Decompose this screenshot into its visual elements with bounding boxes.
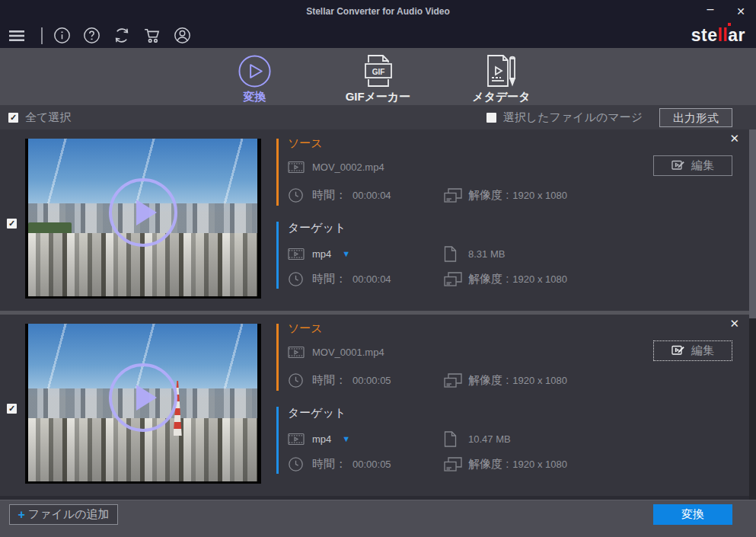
help-icon[interactable]: [82, 26, 101, 45]
format-dropdown-icon[interactable]: ▼: [342, 249, 350, 258]
clock-icon: [288, 187, 312, 203]
hamburger-menu-icon[interactable]: [8, 27, 26, 45]
target-size-value: 10.47 MB: [468, 433, 511, 445]
source-time-row: 時間： 00:00:05: [288, 372, 391, 388]
video-thumbnail[interactable]: [25, 139, 261, 299]
add-files-button[interactable]: + ファイルの追加: [9, 504, 118, 525]
edit-icon: [671, 159, 686, 172]
file-checkbox[interactable]: ✓: [7, 219, 17, 229]
resolution-icon: [444, 457, 468, 471]
toolbar: stellar: [0, 23, 756, 48]
source-file-row: MOV_0002.mp4: [288, 158, 384, 175]
target-time-row: 時間： 00:00:04: [288, 270, 391, 287]
play-overlay-icon[interactable]: [109, 178, 177, 247]
toolbar-separator: [41, 27, 43, 44]
account-icon[interactable]: [173, 26, 192, 45]
file-card-mov0001: ✓ ✕ 編集 ソース MOV_0001.mp4: [0, 315, 749, 496]
target-format-value: mp4: [312, 433, 331, 445]
target-accent-bar: [276, 222, 279, 289]
target-time-row: 時間： 00:00:05: [288, 455, 391, 472]
file-card-mov0002: ✓ ✕ 編集 ソース MOV_0002.mp4: [0, 129, 749, 311]
footer-bar: + ファイルの追加 変換: [0, 500, 756, 537]
output-format-button[interactable]: 出力形式: [659, 108, 732, 127]
video-thumbnail[interactable]: [25, 324, 261, 484]
source-time-row: 時間： 00:00:04: [288, 187, 391, 203]
convert-button[interactable]: 変換: [653, 504, 732, 525]
source-filename: MOV_0002.mp4: [312, 161, 384, 173]
app-window: { "window": { "title": "Stellar Converte…: [0, 0, 756, 537]
source-resolution-row: 解像度 : 1920 x 1080: [444, 187, 567, 203]
target-resolution-row: 解像度 : 1920 x 1080: [444, 270, 567, 287]
source-resolution-value: 1920 x 1080: [512, 190, 567, 201]
target-accent-bar: [276, 407, 279, 474]
logo-text: ar: [728, 25, 745, 45]
resolution-label: 解像度 :: [468, 272, 509, 286]
resolution-icon: [444, 373, 468, 388]
source-time-value: 00:00:04: [352, 190, 391, 201]
remove-file-icon[interactable]: ✕: [729, 318, 739, 329]
play-circle-icon: [238, 53, 272, 88]
minimize-button[interactable]: –: [695, 0, 726, 25]
tab-gif-maker[interactable]: GIF GIFメーカー: [333, 48, 423, 105]
tab-metadata[interactable]: メタデータ: [457, 48, 547, 105]
format-dropdown-icon[interactable]: ▼: [342, 434, 350, 443]
source-title: ソース: [288, 136, 323, 151]
source-resolution-row: 解像度 : 1920 x 1080: [444, 372, 567, 388]
target-title: ターゲット: [288, 405, 346, 420]
tab-gif-maker-label: GIFメーカー: [346, 90, 411, 104]
source-title: ソース: [288, 321, 323, 336]
scrollbar-thumb[interactable]: [749, 129, 756, 318]
film-strip-icon: [288, 346, 312, 359]
logo-text: ste: [691, 25, 718, 45]
target-resolution-row: 解像度 : 1920 x 1080: [444, 455, 567, 472]
target-format-row: mp4 ▼: [288, 430, 350, 447]
source-time-value: 00:00:05: [352, 375, 391, 386]
target-time-value: 00:00:05: [352, 459, 391, 470]
film-strip-icon: [288, 161, 312, 174]
file-icon: [444, 246, 468, 262]
refresh-icon[interactable]: [112, 26, 132, 45]
source-filename: MOV_0001.mp4: [312, 347, 384, 358]
tab-convert[interactable]: 変換: [210, 48, 300, 105]
plus-icon: +: [18, 508, 24, 522]
merge-files-label: 選択したファイルのマージ: [503, 110, 643, 125]
target-resolution-value: 1920 x 1080: [512, 459, 567, 470]
close-window-button[interactable]: ✕: [726, 0, 756, 23]
selection-row: ✓ 全て選択 選択したファイルのマージ 出力形式: [0, 105, 756, 129]
target-title: ターゲット: [288, 220, 346, 235]
source-file-row: MOV_0001.mp4: [288, 344, 384, 360]
target-size-value: 8.31 MB: [468, 248, 505, 260]
edit-button[interactable]: 編集: [653, 340, 732, 361]
time-label: 時間：: [312, 188, 346, 203]
tab-bar: 変換 GIF GIFメーカー メタデータ: [0, 48, 756, 105]
gif-maker-icon: GIF: [362, 53, 394, 88]
play-overlay-icon[interactable]: [109, 363, 177, 432]
time-label: 時間：: [312, 373, 346, 388]
merge-files-checkbox[interactable]: [486, 113, 496, 123]
resolution-label: 解像度 :: [468, 457, 509, 471]
tab-metadata-label: メタデータ: [472, 90, 530, 104]
film-strip-icon: [288, 248, 312, 261]
target-size-row: 10.47 MB: [444, 430, 511, 447]
edit-button-label: 編集: [691, 158, 714, 173]
file-checkbox[interactable]: ✓: [7, 404, 17, 414]
clock-icon: [288, 372, 312, 388]
logo-text-red: ll: [717, 25, 728, 45]
edit-icon: [671, 344, 686, 357]
remove-file-icon[interactable]: ✕: [729, 133, 739, 144]
target-time-value: 00:00:04: [352, 273, 391, 285]
window-title: Stellar Converter for Audio Video: [0, 0, 756, 23]
resolution-label: 解像度 :: [468, 188, 509, 203]
cart-icon[interactable]: [142, 26, 162, 45]
source-resolution-value: 1920 x 1080: [512, 375, 567, 386]
resolution-label: 解像度 :: [468, 373, 509, 388]
select-all-label: 全て選択: [25, 110, 71, 125]
add-files-label: ファイルの追加: [28, 507, 110, 522]
select-all-checkbox[interactable]: ✓: [8, 113, 18, 123]
scrollbar-track[interactable]: [749, 129, 756, 500]
edit-button[interactable]: 編集: [653, 155, 732, 176]
info-icon[interactable]: [53, 26, 72, 45]
time-label: 時間：: [312, 457, 346, 471]
file-list: ✓ ✕ 編集 ソース MOV_0002.mp4: [0, 129, 756, 500]
resolution-icon: [444, 272, 468, 286]
